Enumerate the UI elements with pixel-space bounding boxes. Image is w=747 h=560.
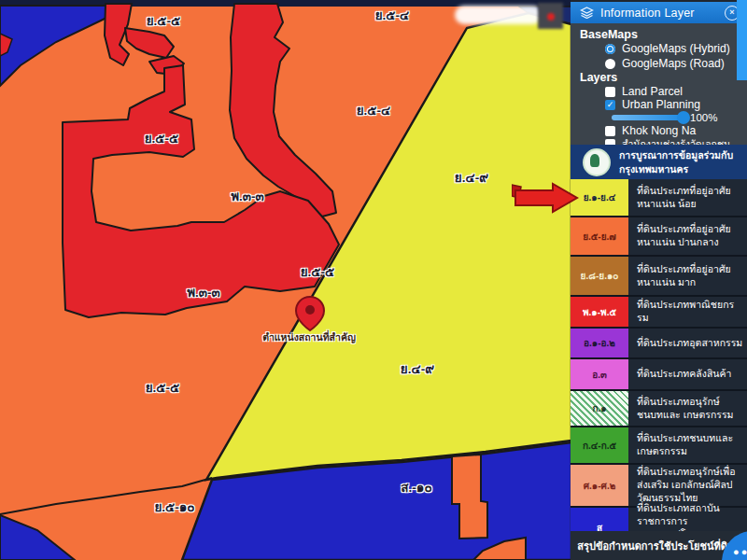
basemaps-section-label: BaseMaps [580,28,638,41]
checkbox-checked-icon[interactable]: ✓ [605,100,615,110]
slider-thumb[interactable] [677,111,690,124]
blurred-button[interactable] [538,3,563,29]
information-layer-panel: Information Layer × BaseMaps GoogleMaps … [571,0,747,560]
blurred-search-box[interactable] [455,6,543,24]
layer-urban-planning-label: Urban Planning [622,98,700,111]
opacity-slider[interactable] [612,115,684,120]
legend-row: ย.๘-ย.๑๐ ที่ดินประเภทที่อยู่อาศัยหนาแน่น… [571,257,747,297]
legend-desc: ที่ดินประเภทชนบทและ เกษตรกรรม [628,427,747,463]
legend-swatch: อ.๓ [571,359,628,389]
legend-row: ย.๑-ย.๔ ที่ดินประเภทที่อยู่อาศัยหนาแน่น … [571,179,747,217]
legend-swatch: ย.๘-ย.๑๐ [571,257,628,295]
zone-label: ย.๕-๔ [357,100,391,120]
basemap-option-road[interactable]: GoogleMaps (Road) [605,57,725,70]
panel-header: Information Layer × [571,2,747,23]
legend-row: อ.๓ ที่ดินประเภทคลังสินค้า [571,359,747,391]
legend-desc: ที่ดินประเภทอนุรักษ์ชนบทและ เกษตรกรรม [628,391,747,426]
pin-label: ตำแหน่งสถานที่สำคัญ [262,329,356,345]
map-canvas[interactable] [0,0,571,560]
banner-line2: กรุงเทพมหานคร [619,163,688,175]
basemap-hybrid-label: GoogleMaps (Hybrid) [622,42,730,55]
zone-label: พ.๓-๓ [187,282,220,302]
legend-row: พ.๑-พ.๕ ที่ดินประเภทพาณิชยกรรม [571,297,747,329]
bma-banner: การบูรณาการข้อมูลร่วมกับ กรุงเทพมหานคร [571,145,747,179]
bma-seal-icon [583,148,611,176]
legend-row: ก.๑ ที่ดินประเภทอนุรักษ์ชนบทและ เกษตรกรร… [571,391,747,427]
legend-swatch: พ.๑-พ.๕ [571,297,628,327]
zone-label: ส.-๑๐ [401,477,431,497]
checkbox-unchecked-icon[interactable] [605,87,615,97]
legend-row: ก.๔-ก.๕ ที่ดินประเภทชนบทและ เกษตรกรรม [571,427,747,465]
zone-label: ย.๕-๕ [301,261,335,282]
legend-desc: ที่ดินประเภทที่อยู่อาศัยหนาแน่น ปานกลาง [628,217,747,255]
legend-desc: ที่ดินประเภทพาณิชยกรรม [628,297,747,327]
zone-label: พ.๓-๓ [231,186,264,206]
zone-label: ย.๔-๙ [455,167,488,188]
checkbox-unchecked-icon[interactable] [605,126,615,136]
opacity-value: 100% [690,112,717,123]
layer-urban-planning[interactable]: ✓ Urban Planning [605,98,700,111]
zone-label: ย.๕-๕ [145,128,179,148]
red-dot-icon [547,13,555,21]
zone-label: ย.๕-๑๐ [154,497,194,517]
legend-row: อ.๑-อ.๒ ที่ดินประเภทอุตสาหกรรม [571,329,747,359]
radio-selected-icon[interactable] [605,44,615,54]
basemap-option-hybrid[interactable]: GoogleMaps (Hybrid) [605,42,730,55]
legend-desc: ที่ดินประเภทคลังสินค้า [628,359,747,389]
layers-icon [580,7,594,19]
layer-land-parcel-label: Land Parcel [622,85,683,98]
opacity-slider-row: 100% [612,112,717,123]
zone-label: ย.๕-๕ [146,377,180,398]
legend-swatch: ศ.๑-ศ.๒ [571,465,628,506]
layer-khok-nong-na-label: Khok Nong Na [622,124,696,137]
layers-section-label: Layers [580,71,617,84]
map-controls: BaseMaps GoogleMaps (Hybrid) GoogleMaps … [571,23,747,145]
legend-desc: ที่ดินประเภทที่อยู่อาศัยหนาแน่น มาก [628,257,747,295]
legend-swatch: ก.๔-ก.๕ [571,427,628,463]
zone-label: ย.๔-๙ [401,358,434,379]
legend-desc: ที่ดินประเภทอนุรักษ์เพื่อส่งเสริม เอกลัก… [628,465,747,506]
layer-khok-nong-na[interactable]: Khok Nong Na [605,124,696,137]
ellipsis-icon: ●●● [733,546,747,557]
basemap-road-label: GoogleMaps (Road) [622,57,725,70]
legend-desc: ที่ดินประเภทอุตสาหกรรม [628,329,747,357]
panel-title: Information Layer [600,7,695,20]
legend-swatch: ก.๑ [571,391,628,426]
landuse-summary-button[interactable]: สรุปข้อกำหนดการใช้ประโยชน์ที่ดินฯ [571,531,747,560]
legend-desc: ที่ดินประเภทที่อยู่อาศัยหนาแน่น น้อย [628,179,747,216]
radio-unselected-icon[interactable] [605,59,615,69]
zone-label: ย.๕-๕ [147,10,181,31]
panel-scrollbar[interactable] [737,0,747,80]
zone-label: ย.๕-๔ [375,5,410,25]
layer-land-parcel[interactable]: Land Parcel [605,85,683,98]
legend-swatch: อ.๑-อ.๒ [571,329,628,357]
legend-swatch: ย.๕-ย.๗ [571,217,628,255]
legend-row: ย.๕-ย.๗ ที่ดินประเภทที่อยู่อาศัยหนาแน่น … [571,217,747,257]
pointer-arrow [512,179,581,215]
banner-line1: การบูรณาการข้อมูลร่วมกับ [619,149,733,161]
legend: ย.๑-ย.๔ ที่ดินประเภทที่อยู่อาศัยหนาแน่น … [571,179,747,550]
app-window: ย.๕-๕ ย.๕-๔ ย.๕-๕ ย.๕-๔ ย.๔-๙ พ.๓-๓ ย.๕-… [0,0,747,560]
